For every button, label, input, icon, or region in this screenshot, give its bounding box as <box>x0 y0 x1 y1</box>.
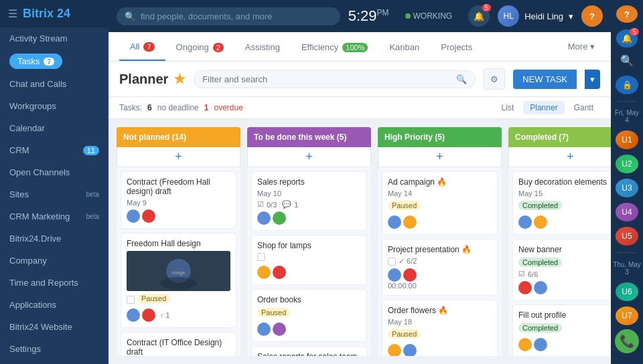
col-add-completed[interactable]: + <box>508 147 611 167</box>
card-status-paused: Paused <box>137 294 170 303</box>
col-cards-not-planned: Contract (Freedom Hall design) draft May… <box>117 167 240 356</box>
tasks-label: Tasks: <box>119 103 142 112</box>
notifications-button[interactable]: 🔔 5 <box>468 5 490 27</box>
sidebar-item-workgroups[interactable]: Workgroups <box>0 95 109 117</box>
card-avatars <box>518 215 611 229</box>
user-avatar-6[interactable]: U6 <box>616 282 638 301</box>
comment-icon: 💬 <box>282 200 291 209</box>
sidebar-item-more[interactable]: More... <box>0 360 109 364</box>
view-list-button[interactable]: List <box>495 101 521 114</box>
sidebar-item-open-channels[interactable]: Open Channels <box>0 161 109 183</box>
card-avatars <box>518 281 611 294</box>
col-add-to-be-done[interactable]: + <box>247 147 371 167</box>
card-progress: ☑ 0/3 💬 1 <box>257 200 361 209</box>
sidebar-item-settings[interactable]: Settings <box>0 338 109 360</box>
new-task-button[interactable]: NEW TASK <box>513 70 577 89</box>
search-input[interactable] <box>141 11 332 21</box>
progress-label: ✓ 6/2 <box>399 257 417 266</box>
help-button[interactable]: ? <box>581 5 603 27</box>
favorite-star-icon[interactable]: ★ <box>173 71 186 87</box>
user-avatar-3[interactable]: U3 <box>616 179 638 197</box>
view-gantt-button[interactable]: Gantt <box>567 101 600 114</box>
overdue-label[interactable]: overdue <box>214 103 242 112</box>
card-avatars <box>518 338 611 351</box>
sidebar-item-website[interactable]: Bitrix24 Website <box>0 316 109 338</box>
card-freedom-hall-design[interactable]: Freedom Hall design image Paused ↑ 1 <box>121 233 236 328</box>
sidebar-item-drive[interactable]: Bitrix24.Drive <box>0 227 109 250</box>
new-task-dropdown-button[interactable]: ▾ <box>585 70 600 89</box>
card-new-banner[interactable]: New banner Completed ☑ 6/6 <box>512 239 611 300</box>
sidebar-item-sites[interactable]: Sites beta <box>0 183 109 205</box>
sidebar-item-crm[interactable]: CRM 11 <box>0 139 109 161</box>
user-avatar-4[interactable]: U4 <box>616 203 638 221</box>
sidebar-divider-1 <box>617 101 637 102</box>
card-avatars <box>388 215 492 229</box>
tab-ongoing[interactable]: Ongoing 2 <box>165 33 234 60</box>
card-title: Order flowers 🔥 <box>388 306 492 315</box>
tasks-count: 6 <box>147 103 152 112</box>
card-fill-profile[interactable]: Fill out profile Completed <box>512 304 611 356</box>
tab-efficiency[interactable]: Efficiency 100% <box>291 33 379 60</box>
tabs-more-label: More ▾ <box>568 41 595 52</box>
content-area: All 7 Ongoing 2 Assisting Efficiency 100… <box>109 32 611 364</box>
avatar <box>273 211 286 225</box>
card-shop-for-lamps-purple[interactable]: Shop for lamps <box>251 235 367 285</box>
sidebar-item-applications[interactable]: Applications <box>0 294 109 316</box>
avatar <box>142 308 155 322</box>
view-planner-button[interactable]: Planner <box>523 101 564 114</box>
card-contract-it[interactable]: Contract (IT Office Design) draft May 17 <box>121 332 236 356</box>
card-contract-freedom[interactable]: Contract (Freedom Hall design) draft May… <box>121 171 236 229</box>
avatar <box>534 215 547 229</box>
phone-button[interactable]: 📞 <box>615 329 639 359</box>
card-title: Fill out profile <box>518 310 611 320</box>
card-sales-reports-meeting[interactable]: Sales reports for sales team group meeti… <box>251 346 367 356</box>
avatar <box>403 268 417 282</box>
svg-point-2 <box>160 277 197 289</box>
kanban-col-completed: Completed (7) + Buy decoration elements … <box>508 127 611 356</box>
user-menu[interactable]: HL Heidi Ling ▾ <box>498 5 573 27</box>
search-icon: 🔍 <box>125 11 135 21</box>
avatar <box>257 323 271 336</box>
card-title: Ad campaign 🔥 <box>388 177 492 187</box>
filter-box: 🔍 <box>194 70 476 88</box>
sidebar-item-chat[interactable]: Chat and Calls <box>0 73 109 95</box>
tab-projects[interactable]: Projects <box>430 33 483 60</box>
notifications-bell[interactable]: 🔔 5 <box>616 29 638 47</box>
card-status-paused: Paused <box>257 308 290 317</box>
tabs-more-button[interactable]: More ▾ <box>563 32 600 61</box>
col-add-not-planned[interactable]: + <box>117 147 240 167</box>
sidebar-item-reports[interactable]: Time and Reports <box>0 272 109 294</box>
user-avatar-2[interactable]: U2 <box>616 155 638 173</box>
card-status-paused: Paused <box>388 329 421 339</box>
tab-kanban[interactable]: Kanban <box>378 33 430 60</box>
kanban-col-to-be-done: To be done this week (5) + Sales reports… <box>247 127 371 356</box>
gear-icon: ⚙ <box>490 74 498 84</box>
sidebar-lock-button[interactable]: 🔒 <box>616 76 638 94</box>
col-add-high-priority[interactable]: + <box>378 147 502 167</box>
menu-icon[interactable]: ☰ <box>8 7 17 20</box>
card-order-flowers[interactable]: Order flowers 🔥 May 18 Paused <box>382 300 498 356</box>
user-avatar-7[interactable]: U7 <box>616 306 638 325</box>
tab-all[interactable]: All 7 <box>119 32 165 61</box>
user-avatar-1[interactable]: U1 <box>616 130 638 149</box>
help-button-right[interactable]: ? <box>616 5 638 23</box>
sidebar-item-activity-stream[interactable]: Activity Stream <box>0 27 109 50</box>
call-icon[interactable]: 📞 <box>615 329 639 353</box>
sidebar-item-calendar[interactable]: Calendar <box>0 117 109 139</box>
tab-assisting[interactable]: Assisting <box>234 33 291 60</box>
settings-button[interactable]: ⚙ <box>484 68 505 90</box>
sidebar-search-button[interactable]: 🔍 <box>616 52 638 70</box>
sidebar-item-tasks[interactable]: Tasks 7 <box>0 50 109 73</box>
card-order-books[interactable]: Order books Paused <box>251 289 367 342</box>
card-ad-campaign[interactable]: Ad campaign 🔥 May 14 Paused <box>382 171 498 235</box>
card-project-presentation[interactable]: Project presentation 🔥 ✓ 6/2 00:00:00 <box>382 239 498 296</box>
col-header-completed: Completed (7) <box>508 127 611 147</box>
user-avatar-5[interactable]: U5 <box>616 227 638 246</box>
sidebar-item-company[interactable]: Company <box>0 250 109 272</box>
working-status[interactable]: WORKING <box>405 11 453 21</box>
sidebar-item-crm-marketing[interactable]: CRM Marketing beta <box>0 205 109 227</box>
filter-input[interactable] <box>202 74 451 84</box>
card-sales-reports[interactable]: Sales reports May 10 ☑ 0/3 💬 1 <box>251 171 367 231</box>
avatar <box>518 338 532 351</box>
card-buy-decoration[interactable]: Buy decoration elements May 15 Completed <box>512 171 611 235</box>
